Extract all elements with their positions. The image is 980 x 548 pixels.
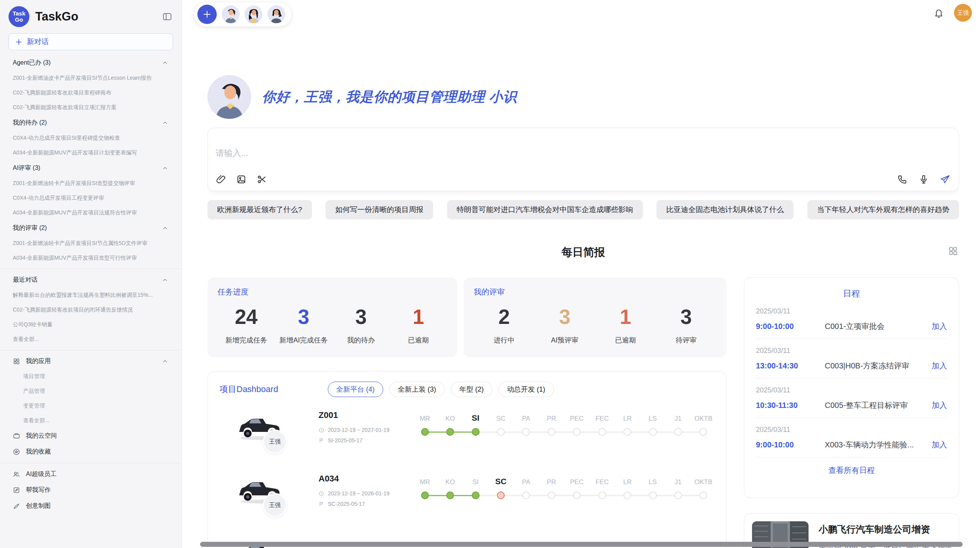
schedule-item: 2025/03/11 9:00-10:00 X003-车辆动力学性能验... 加… xyxy=(756,418,947,457)
suggestion-chip[interactable]: 当下年轻人对汽车外观有怎样的喜好趋势 xyxy=(807,200,959,219)
sidebar-item-cloud-space[interactable]: 我的云空间 xyxy=(0,428,182,444)
voice-call-button[interactable] xyxy=(897,174,908,185)
milestone-label: KO xyxy=(445,409,455,423)
sidebar-task-item[interactable]: C02-飞腾新能源轻客改款项目立项汇报方案 xyxy=(0,100,182,115)
suggestion-chip[interactable]: 如何写一份清晰的项目周报 xyxy=(326,200,433,219)
stat-card-title: 任务进度 xyxy=(218,287,447,297)
attach-button[interactable] xyxy=(216,174,226,185)
user-avatar[interactable]: 王强 xyxy=(954,4,972,22)
section-header[interactable]: 我的评审 (2) xyxy=(0,220,182,236)
link-label: AI超级员工 xyxy=(26,470,168,478)
sidebar-header: Task Go TaskGo xyxy=(0,0,182,30)
new-chat-label: 新对话 xyxy=(27,37,49,47)
join-meeting-link[interactable]: 加入 xyxy=(932,321,947,332)
sidebar-task-item[interactable]: Z001-全新燃油轻卡产品开发项目SI造型提交物评审 xyxy=(0,176,182,191)
sidebar-item-ai-super-staff[interactable]: AI超级员工 xyxy=(0,466,182,482)
project-id: Z001 xyxy=(319,410,408,420)
sidebar-task-item[interactable]: C0X4-动力总成开发项目工程变更评审 xyxy=(0,191,182,206)
suggestion-chip[interactable]: 特朗普可能对进口汽车增税会对中国车企造成哪些影响 xyxy=(447,200,643,219)
milestone-label: J1 xyxy=(675,409,682,423)
chevron-up-icon xyxy=(162,165,168,171)
sidebar-task-item[interactable]: C0X4-动力总成开发项目SI里程碑提交物检查 xyxy=(0,131,182,146)
stat: 3 待评审 xyxy=(656,305,716,345)
snip-button[interactable] xyxy=(257,174,267,185)
section-header[interactable]: 我的待办 (2) xyxy=(0,115,182,131)
dashboard-filter-tab[interactable]: 年型 (2) xyxy=(451,382,492,397)
milestone-dot xyxy=(472,428,480,436)
suggestion-chip[interactable]: 比亚迪全固态电池计划具体说了什么 xyxy=(656,200,793,219)
join-meeting-link[interactable]: 加入 xyxy=(932,440,947,450)
member-avatar-2[interactable] xyxy=(245,5,262,23)
recent-conversation-item[interactable]: C02-飞腾新能源轻客改款项目的闭环通告反馈情况 xyxy=(0,303,182,317)
milestone-label: OKTB xyxy=(694,409,712,423)
recent-conversation-item[interactable]: 公司Q3轻卡销量 xyxy=(0,317,182,332)
sidebar-task-item[interactable]: Z001-全新燃油皮卡产品开发项目SI节点Lesson Learn报告 xyxy=(0,71,182,86)
sidebar-task-item[interactable]: A034-全新新能源MUV产品开发项目计划变更表编写 xyxy=(0,146,182,160)
project-list: 王强 Z001 2023-12-19 ~ 2027-01-19 xyxy=(219,408,716,548)
milestone-dot xyxy=(674,491,682,499)
milestone: KO xyxy=(437,409,463,436)
milestone: PR xyxy=(539,473,564,499)
milestone: PEC xyxy=(564,409,589,436)
stat-label: 进行中 xyxy=(474,336,535,345)
join-meeting-link[interactable]: 加入 xyxy=(932,400,947,411)
milestone-label: PEC xyxy=(570,473,584,486)
join-meeting-link[interactable]: 加入 xyxy=(932,361,947,371)
dashboard-title: 项目Dashboard xyxy=(219,384,278,395)
sidebar-app-item[interactable]: 变更管理 xyxy=(0,399,182,413)
stat-label: 新增AI完成任务 xyxy=(275,336,332,345)
chevron-up-icon xyxy=(162,120,168,126)
sidebar-item-favorites[interactable]: 我的收藏 xyxy=(0,444,182,460)
section-header[interactable]: Agent已办 (3) xyxy=(0,55,182,71)
milestone-columns: MR KO SI xyxy=(412,473,716,499)
logo-line2: Go xyxy=(15,17,23,23)
suggestion-chip[interactable]: 欧洲新规最近颁布了什么? xyxy=(207,200,312,219)
notifications-button[interactable] xyxy=(934,8,944,18)
stat-label: 已逾期 xyxy=(390,336,447,345)
horizontal-scrollbar[interactable] xyxy=(200,542,963,547)
sidebar-item-creative-drawing[interactable]: 创意制图 xyxy=(0,498,182,514)
scissors-icon xyxy=(257,174,267,185)
sidebar-task-item[interactable]: A034-全新新能源MUV产品开发项目法规符合性评审 xyxy=(0,206,182,220)
add-member-button[interactable] xyxy=(197,5,217,24)
milestone: MR xyxy=(412,473,437,499)
sidebar-task-item[interactable]: Z001-全新燃油轻卡产品开发项目SI节点属性5D文件评审 xyxy=(0,236,182,251)
stat: 2 进行中 xyxy=(474,305,535,345)
dashboard-filter-tab[interactable]: 全新上装 (3) xyxy=(389,382,445,397)
sidebar-app-item[interactable]: 项目管理 xyxy=(0,369,182,384)
sidebar-task-item[interactable]: A034-全新新能源MUV产品开发项目造型可行性评审 xyxy=(0,251,182,265)
milestone-label: PR xyxy=(547,409,556,423)
section-header[interactable]: 最近对话 xyxy=(0,272,182,288)
sidebar-collapse-button[interactable] xyxy=(161,10,174,23)
sidebar-app-item[interactable]: 产品管理 xyxy=(0,384,182,399)
dashboard-filter-tab[interactable]: 全新平台 (4) xyxy=(328,382,383,397)
new-chat-button[interactable]: 新对话 xyxy=(9,33,173,50)
image-upload-button[interactable] xyxy=(236,174,247,185)
microphone-button[interactable] xyxy=(918,174,929,185)
project-row[interactable]: 王强 Z001 2023-12-19 ~ 2027-01-19 xyxy=(219,408,716,466)
section-header[interactable]: AI评审 (3) xyxy=(0,160,182,176)
recent-conversation-item[interactable]: 解释最新出台的欧盟报废车法规再生塑料比例被调至15%... xyxy=(0,288,182,303)
sidebar-section: Agent已办 (3) Z001-全新燃油皮卡产品开发项目SI节点Lesson … xyxy=(0,55,182,115)
milestone-label: PEC xyxy=(570,409,584,423)
schedule-time: 10:30-11:30 xyxy=(756,401,825,410)
section-header[interactable]: 我的应用 xyxy=(0,353,182,369)
chat-input[interactable] xyxy=(216,148,951,158)
flag-icon xyxy=(319,438,324,444)
dashboard-tabs: 全新平台 (4)全新上装 (3)年型 (2)动总开发 (1) xyxy=(328,382,554,397)
link-label: 创意制图 xyxy=(26,502,168,510)
sidebar-app-item[interactable]: 查看全部... xyxy=(0,413,182,428)
recent-conversation-item[interactable]: 查看全部... xyxy=(0,332,182,347)
briefing-layout-button[interactable] xyxy=(948,246,958,256)
member-avatar-1[interactable] xyxy=(222,5,240,23)
send-button[interactable] xyxy=(940,174,950,185)
sidebar-task-item[interactable]: C02-飞腾新能源轻客改款项目里程碑画布 xyxy=(0,86,182,100)
sidebar-item-help-me-write[interactable]: 帮我写作 xyxy=(0,482,182,498)
milestone: OKTB xyxy=(691,409,716,436)
project-row[interactable]: 王强 A034 2023-12-19 ~ 2026-01-19 xyxy=(219,471,716,529)
dashboard-filter-tab[interactable]: 动总开发 (1) xyxy=(499,382,554,397)
view-all-schedule-link[interactable]: 查看所有日程 xyxy=(828,465,875,476)
milestone-dot xyxy=(598,491,606,499)
schedule-time: 13:00-14:30 xyxy=(756,361,825,370)
member-avatar-3[interactable] xyxy=(267,5,285,23)
